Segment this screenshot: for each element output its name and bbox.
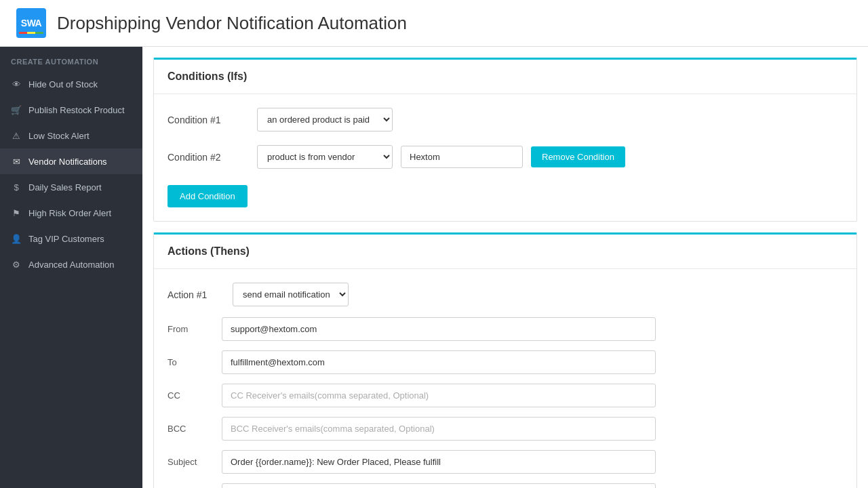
sidebar-item-publish-restock-product[interactable]: 🛒 Publish Restock Product <box>0 97 142 123</box>
subject-input[interactable] <box>222 450 656 474</box>
user-icon: 👤 <box>11 233 22 244</box>
envelope-icon: ✉ <box>11 156 22 167</box>
logo-bar <box>19 32 43 34</box>
condition1-select[interactable]: an ordered product is paid product is fr… <box>257 108 393 131</box>
actions-section: Actions (Thens) Action #1 send email not… <box>153 232 857 488</box>
remove-condition-button[interactable]: Remove Condition <box>531 146 625 167</box>
logo: SWA <box>16 8 46 38</box>
page-title: Dropshipping Vendor Notification Automat… <box>57 13 407 34</box>
body-textarea[interactable] <box>222 483 656 488</box>
to-row: To <box>167 350 843 374</box>
sidebar-item-tag-vip-customers[interactable]: 👤 Tag VIP Customers <box>0 226 142 251</box>
bcc-label: BCC <box>167 424 222 434</box>
warning-icon: ⚠ <box>11 130 22 141</box>
cc-row: CC <box>167 384 843 407</box>
from-row: From <box>167 317 843 341</box>
sidebar-item-label: Daily Sales Report <box>28 182 102 192</box>
logo-text: SWA <box>21 18 41 28</box>
conditions-section: Conditions (Ifs) Condition #1 an ordered… <box>153 58 857 222</box>
sidebar-item-label: Advanced Automation <box>28 260 114 270</box>
cart-icon: 🛒 <box>11 104 22 115</box>
sidebar: CREATE AUTOMATION 👁 Hide Out of Stock 🛒 … <box>0 47 142 488</box>
to-input[interactable] <box>222 350 656 374</box>
eye-icon: 👁 <box>11 79 22 89</box>
gear-icon: ⚙ <box>11 259 22 270</box>
sidebar-item-vendor-notifications[interactable]: ✉ Vendor Notifications <box>0 148 142 174</box>
action1-label: Action #1 <box>167 289 222 300</box>
subject-label: Subject <box>167 457 222 467</box>
sidebar-item-advanced-automation[interactable]: ⚙ Advanced Automation <box>0 251 142 277</box>
condition2-label: Condition #2 <box>167 152 249 163</box>
conditions-header: Conditions (Ifs) <box>154 60 856 94</box>
sidebar-item-daily-sales-report[interactable]: $ Daily Sales Report <box>0 174 142 200</box>
sidebar-item-label: Low Stock Alert <box>28 131 90 141</box>
sidebar-section-label: CREATE AUTOMATION <box>0 47 142 71</box>
condition2-select[interactable]: an ordered product is paid product is fr… <box>257 145 393 169</box>
sidebar-item-low-stock-alert[interactable]: ⚠ Low Stock Alert <box>0 123 142 148</box>
conditions-title: Conditions (Ifs) <box>167 70 247 82</box>
sidebar-item-label: Publish Restock Product <box>28 105 125 115</box>
actions-body: Action #1 send email notification send S… <box>154 269 856 488</box>
bcc-input[interactable] <box>222 417 656 441</box>
cc-input[interactable] <box>222 384 656 407</box>
header: SWA Dropshipping Vendor Notification Aut… <box>0 0 868 47</box>
action1-row: Action #1 send email notification send S… <box>167 283 843 306</box>
condition1-label: Condition #1 <box>167 115 249 125</box>
actions-title: Actions (Thens) <box>167 245 250 257</box>
sidebar-item-high-risk-order-alert[interactable]: ⚑ High Risk Order Alert <box>0 200 142 226</box>
add-condition-button[interactable]: Add Condition <box>167 185 248 207</box>
flag-icon: ⚑ <box>11 207 22 218</box>
sidebar-item-label: High Risk Order Alert <box>28 208 111 218</box>
actions-header: Actions (Thens) <box>154 235 856 269</box>
cc-label: CC <box>167 390 222 401</box>
condition2-vendor-input[interactable] <box>401 146 523 168</box>
layout: CREATE AUTOMATION 👁 Hide Out of Stock 🛒 … <box>0 47 868 488</box>
sidebar-item-hide-out-of-stock[interactable]: 👁 Hide Out of Stock <box>0 71 142 97</box>
sidebar-item-label: Hide Out of Stock <box>28 79 98 89</box>
subject-row: Subject <box>167 450 843 474</box>
body-row <box>167 483 843 488</box>
dollar-icon: $ <box>11 182 22 192</box>
sidebar-item-label: Tag VIP Customers <box>28 234 104 244</box>
condition2-row: Condition #2 an ordered product is paid … <box>167 145 843 169</box>
from-input[interactable] <box>222 317 656 341</box>
to-label: To <box>167 357 222 367</box>
bcc-row: BCC <box>167 417 843 441</box>
main-content: Conditions (Ifs) Condition #1 an ordered… <box>142 47 868 488</box>
sidebar-item-label: Vendor Notifications <box>28 157 107 167</box>
condition1-row: Condition #1 an ordered product is paid … <box>167 108 843 131</box>
conditions-body: Condition #1 an ordered product is paid … <box>154 94 856 221</box>
action1-select[interactable]: send email notification send SMS notific… <box>233 283 349 306</box>
from-label: From <box>167 324 222 334</box>
